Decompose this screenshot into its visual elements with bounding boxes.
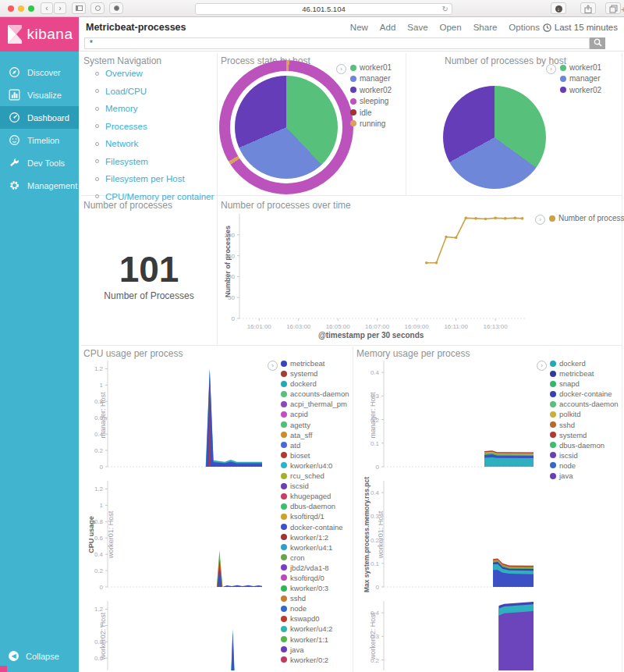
search-button[interactable] [590, 37, 605, 49]
legend-item[interactable]: dbus-daemon [550, 441, 619, 450]
legend-item[interactable]: acpi_thermal_pm [281, 400, 349, 408]
time-picker[interactable]: Last 15 minutes [543, 23, 618, 32]
legend-item[interactable]: acpid [281, 410, 349, 418]
reload-icon[interactable]: ↻ [442, 4, 448, 14]
legend-item[interactable]: metricbeat [550, 369, 619, 378]
legend-item[interactable]: systemd [281, 369, 349, 378]
legend-item[interactable]: running [350, 119, 392, 128]
sidebar-item-discover[interactable]: Discover [0, 61, 79, 84]
legend-item[interactable]: Number of processes [549, 214, 624, 222]
legend-item[interactable]: idle [350, 108, 392, 117]
legend-item[interactable]: sshd [550, 421, 619, 429]
legend-item[interactable]: worker02 [350, 86, 392, 94]
url-field[interactable]: 46.101.5.104 ↻ [195, 3, 452, 15]
legend-toggle-icon[interactable]: › [537, 361, 547, 371]
legend-item[interactable]: ata_sff [281, 431, 349, 439]
legend-item[interactable]: kswapd0 [281, 614, 349, 623]
nav-link-network[interactable]: Network [105, 139, 138, 148]
legend-item[interactable]: snapd [550, 379, 619, 388]
legend-toggle-icon[interactable]: › [535, 215, 545, 225]
legend-item[interactable]: dockerd [281, 379, 349, 388]
legend-item[interactable]: sleeping [350, 97, 392, 105]
legend-item[interactable]: node [281, 604, 349, 613]
nav-link-filesystem-per-host[interactable]: Filesystem per Host [105, 174, 185, 183]
legend-item[interactable]: docker-containe [281, 523, 349, 532]
kibana-logo[interactable]: kibana [0, 17, 79, 52]
legend-item[interactable]: polkitd [550, 410, 619, 418]
legend-item[interactable]: agetty [281, 421, 349, 429]
legend-item[interactable]: iscsid [550, 451, 619, 460]
sidebar-collapse-button[interactable]: ◀ Collapse [0, 651, 79, 661]
legend-item[interactable]: worker01 [560, 63, 601, 72]
menu-add[interactable]: Add [380, 23, 395, 32]
nav-link-processes[interactable]: Processes [105, 122, 147, 131]
sidebar-item-management[interactable]: Management [0, 174, 79, 197]
legend-item[interactable]: sshd [281, 594, 349, 603]
legend-dot [281, 442, 287, 448]
extension-circle-icon[interactable] [109, 2, 123, 14]
legend-label: jbd2/vda1-8 [290, 564, 329, 572]
legend-item[interactable]: khugepaged [281, 492, 349, 500]
legend-item[interactable]: kworker/u4:0 [281, 461, 349, 470]
legend-item[interactable]: ksoftirqd/0 [281, 574, 349, 582]
legend-toggle-icon[interactable]: › [546, 64, 556, 74]
legend-item[interactable]: kworker/0:3 [281, 584, 349, 592]
legend-item[interactable]: docker-containe [550, 389, 619, 398]
nav-link-overview[interactable]: Overview [105, 69, 143, 78]
menu-save[interactable]: Save [407, 23, 427, 32]
tabs-button[interactable] [605, 2, 621, 14]
legend-label: cron [290, 553, 304, 562]
legend-dot [281, 646, 287, 652]
legend-item[interactable]: dockerd [550, 359, 619, 368]
menu-share[interactable]: Share [473, 23, 498, 32]
sidebar-toggle-icon[interactable] [72, 2, 86, 14]
legend-item[interactable]: java [281, 645, 349, 654]
reader-circle-icon[interactable] [90, 2, 105, 14]
legend-dot [281, 585, 287, 592]
sidebar-item-dashboard[interactable]: Dashboard [0, 106, 79, 129]
sidebar-item-devtools[interactable]: Dev Tools [0, 151, 79, 174]
minimize-window-button[interactable] [18, 5, 24, 12]
legend-item[interactable]: ksoftirqd/1 [281, 512, 349, 521]
legend-item[interactable]: kworker/1:1 [281, 635, 349, 644]
legend-toggle-icon[interactable]: › [336, 64, 346, 74]
legend-item[interactable]: node [550, 461, 619, 470]
nav-link-load-cpu[interactable]: Load/CPU [105, 87, 147, 96]
legend-item[interactable]: cron [281, 553, 349, 562]
legend-item[interactable]: atd [281, 441, 349, 450]
legend-item[interactable]: accounts-daemon [281, 389, 349, 398]
legend-item[interactable]: bioset [281, 451, 349, 460]
legend-toggle-icon[interactable]: › [268, 361, 278, 371]
legend-item[interactable]: rcu_sched [281, 471, 349, 480]
legend-item[interactable]: kworker/u4:1 [281, 543, 349, 552]
legend-item[interactable]: worker01 [350, 63, 392, 72]
menu-options[interactable]: Options [509, 23, 540, 32]
zoom-window-button[interactable] [28, 5, 34, 12]
legend-item[interactable]: kworker/u4:2 [281, 624, 349, 633]
search-input[interactable] [84, 37, 590, 49]
legend-item[interactable]: kworker/0:2 [281, 656, 349, 664]
nav-link-filesystem[interactable]: Filesystem [105, 157, 148, 166]
menu-new[interactable]: New [350, 23, 368, 32]
back-button[interactable]: ‹ [41, 2, 53, 14]
share-button[interactable] [580, 2, 596, 14]
legend-item[interactable]: kworker/1:2 [281, 533, 349, 542]
sidebar-item-timelion[interactable]: Timelion [0, 129, 79, 151]
new-tab-button[interactable]: + [621, 5, 624, 14]
legend-item[interactable]: manager [560, 74, 601, 83]
nav-link-memory[interactable]: Memory [105, 104, 138, 113]
legend-item[interactable]: metricbeat [281, 359, 349, 368]
legend-item[interactable]: manager [350, 74, 392, 83]
sidebar-item-visualize[interactable]: Visualize [0, 84, 79, 106]
legend-item[interactable]: accounts-daemon [550, 400, 619, 408]
legend-item[interactable]: worker02 [560, 86, 601, 94]
download-button[interactable]: ↓ [551, 2, 566, 14]
legend-item[interactable]: jbd2/vda1-8 [281, 564, 349, 572]
menu-open[interactable]: Open [440, 23, 462, 32]
forward-button[interactable]: › [54, 2, 66, 14]
legend-item[interactable]: dbus-daemon [281, 502, 349, 510]
legend-item[interactable]: iscsid [281, 482, 349, 490]
legend-item[interactable]: systemd [550, 431, 619, 439]
legend-item[interactable]: java [550, 471, 619, 480]
close-window-button[interactable] [8, 5, 14, 12]
